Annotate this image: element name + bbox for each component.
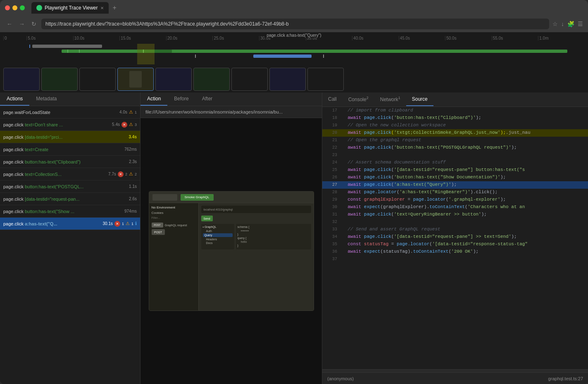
code-line-18: 18 await page.click('button:has-text("Cl…	[322, 114, 588, 122]
code-line-22: 22 await page.click('button:has-text("PO…	[322, 144, 588, 152]
action-row-6[interactable]: page.click text=CollectionS... 7.7s ✕ 2 …	[0, 168, 140, 180]
action-warn-6: ⚠	[129, 171, 133, 177]
action-duration-1: 4.0s	[119, 110, 127, 114]
close-button[interactable]	[5, 5, 10, 10]
thumbnail-7[interactable]	[231, 68, 268, 91]
action-name-4: page.click text=Create	[3, 147, 123, 152]
tab-action[interactable]: Action	[140, 92, 167, 106]
bookmark-icon[interactable]: ☆	[552, 21, 558, 27]
active-tab[interactable]: Playwright Trace Viewer ✕	[31, 2, 109, 14]
action-row-2[interactable]: page.click text=Don't share ... 5.4s ✕ ⚠…	[0, 119, 140, 131]
forward-button[interactable]: →	[17, 20, 26, 28]
action-name-10: page.click a:has-text("Q...	[3, 221, 101, 226]
action-duration-7: 1.1s	[129, 184, 137, 189]
code-line-17: 17 // import from clipboard	[322, 107, 588, 114]
reload-button[interactable]: ↻	[30, 20, 38, 28]
track-bar-6	[195, 55, 196, 58]
code-content-31: await page.click('text=QueryRingBearer >…	[342, 211, 585, 218]
code-line-31: 31 await page.click('text=QueryRingBeare…	[322, 211, 588, 218]
fullscreen-button[interactable]	[20, 5, 25, 10]
code-line-25: 25 await page.click('[data-testid="reque…	[322, 166, 588, 174]
action-duration-6: 7.7s	[108, 172, 116, 176]
thumbnail-2[interactable]	[41, 68, 78, 91]
action-name-2: page.click text=Don't share ...	[3, 122, 110, 127]
right-tabs: Call Console2 Network1 Source	[322, 92, 588, 107]
main-content: Actions Metadata page.waitForLoadState 4…	[0, 92, 588, 384]
minimize-button[interactable]	[12, 5, 17, 10]
tab-call[interactable]: Call	[322, 93, 343, 106]
action-warn-10: ⚠	[126, 221, 130, 226]
thumbnail-6[interactable]	[193, 68, 230, 91]
line-number-32: 32	[326, 219, 337, 225]
code-line-34: 34 await page.click('[data-testid="reque…	[322, 233, 588, 241]
thumbnail-5[interactable]	[155, 68, 192, 91]
action-row-8[interactable]: page.click [data-testid="request-pan... …	[0, 193, 140, 205]
tab-console[interactable]: Console2	[343, 92, 374, 107]
tab-close-button[interactable]: ✕	[100, 6, 104, 10]
code-line-21: 21 // Open the graphql request	[322, 137, 588, 144]
menu-icon[interactable]: ☰	[578, 21, 583, 27]
actions-list: page.waitForLoadState 4.0s ⚠ 1 page.clic…	[0, 106, 140, 384]
action-duration-2: 5.4s	[112, 122, 120, 127]
line-number-27: 27	[326, 182, 337, 188]
code-content-28: await page.locator('a:has-text("RingBear…	[342, 189, 585, 196]
download-icon[interactable]: ↓	[561, 21, 564, 27]
code-line-19: 19 // Open the new collection workspace	[322, 122, 588, 129]
code-line-24: 24 // Assert schema documentation stuff	[322, 159, 588, 166]
line-number-31: 31	[326, 211, 337, 218]
thumbnail-3[interactable]	[79, 68, 116, 91]
action-duration-9: 974ms	[124, 209, 137, 213]
action-warn-1: ⚠	[129, 109, 133, 115]
code-content-27: await page.click('a:has-text("Query")');	[342, 181, 585, 189]
line-number-33: 33	[326, 226, 337, 233]
address-input[interactable]	[41, 19, 549, 29]
action-duration-4: 762ms	[124, 147, 137, 152]
horizontal-scrollbar[interactable]	[322, 369, 588, 372]
new-tab-button[interactable]: +	[110, 3, 119, 12]
tab-source[interactable]: Source	[406, 93, 433, 106]
back-button[interactable]: ←	[5, 20, 14, 28]
line-number-17: 17	[326, 107, 337, 114]
action-row-1[interactable]: page.waitForLoadState 4.0s ⚠ 1	[0, 106, 140, 119]
action-row-10[interactable]: page.click a:has-text("Q... 30.1s ✕ 1 ⚠ …	[0, 218, 140, 230]
tab-metadata[interactable]: Metadata	[29, 92, 63, 106]
action-row-9[interactable]: page.click button:has-text("Show ... 974…	[0, 205, 140, 218]
line-number-30: 30	[326, 204, 337, 211]
playwright-icon	[36, 5, 42, 11]
track-bar-3	[79, 50, 80, 53]
code-content-23	[342, 152, 585, 159]
action-duration-8: 2.6s	[129, 197, 137, 201]
code-line-26: 26 await page.click('button:has-text("Sh…	[322, 174, 588, 181]
code-line-27: 27 await page.click('a:has-text("Query")…	[322, 181, 588, 189]
action-name-6: page.click text=CollectionS...	[3, 172, 107, 177]
footer-right: graphql.test.ts:27	[548, 376, 583, 381]
line-number-23: 23	[326, 152, 337, 159]
thumbnail-1[interactable]	[3, 68, 40, 91]
line-number-36: 36	[326, 249, 337, 255]
action-row-3[interactable]: page.click [data-testid="prci... 3.4s	[0, 131, 140, 143]
code-line-37: 37	[322, 256, 588, 263]
extensions-icon[interactable]: 🧩	[567, 21, 574, 27]
thumbnail-9[interactable]	[307, 68, 344, 91]
right-panel: Call Console2 Network1 Source 17 // impo…	[322, 92, 588, 384]
code-content-24: // Assert schema documentation stuff	[342, 159, 585, 166]
address-bar: ← → ↻ ☆ ↓ 🧩 ☰	[0, 16, 588, 32]
action-row-7[interactable]: page.click button:has-text("POSTGQL... 1…	[0, 180, 140, 193]
code-content-19: // Open the new collection workspace	[342, 122, 585, 129]
tab-actions[interactable]: Actions	[0, 92, 29, 106]
line-number-20: 20	[326, 130, 337, 136]
thumbnail-4[interactable]	[117, 68, 154, 91]
action-row-4[interactable]: page.click text=Create 762ms	[0, 143, 140, 156]
code-line-23: 23	[322, 152, 588, 159]
thumbnail-8[interactable]	[269, 68, 306, 91]
title-bar: Playwright Trace Viewer ✕ +	[0, 0, 588, 16]
source-code: 17 // import from clipboard 18 await pag…	[322, 107, 588, 369]
action-row-5[interactable]: page.click button:has-text("Clipboard") …	[0, 156, 140, 168]
middle-tabs: Action Before After	[140, 92, 322, 106]
tab-network[interactable]: Network1	[374, 92, 406, 107]
action-warn-2: ⚠	[129, 122, 133, 127]
action-duration-5: 2.3s	[129, 159, 137, 164]
tab-after[interactable]: After	[195, 92, 219, 106]
tab-before[interactable]: Before	[167, 92, 195, 106]
action-name-1: page.waitForLoadState	[3, 110, 118, 115]
